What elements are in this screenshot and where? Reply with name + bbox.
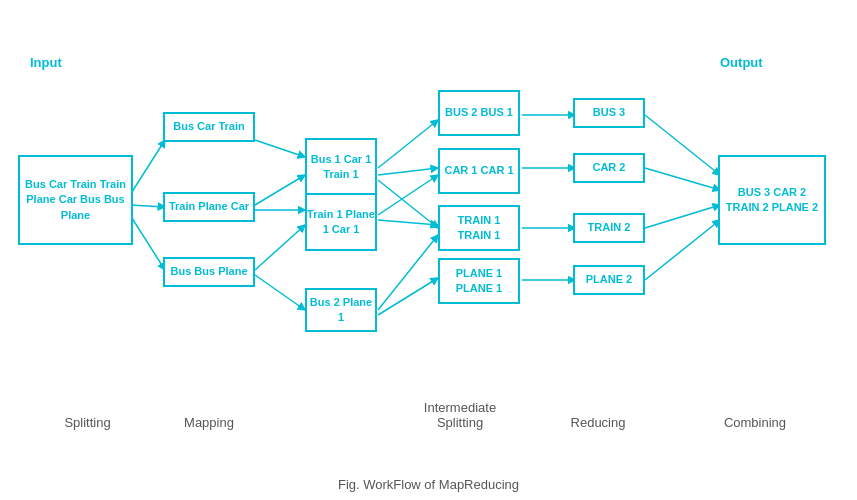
svg-line-22 [645,205,720,228]
svg-line-11 [378,175,438,215]
svg-line-20 [645,115,720,175]
reduce-box-4: PLANE 2 [573,265,645,295]
svg-line-3 [130,215,165,270]
reducing-label: Reducing [548,415,648,430]
intermediate-splitting-label: IntermediateSplitting [400,400,520,430]
svg-line-2 [130,205,165,207]
inter-box-4: PLANE 1 PLANE 1 [438,258,520,304]
input-label: Input [30,55,62,70]
svg-line-21 [645,168,720,190]
svg-line-1 [130,140,165,195]
diagram: Input Bus Car Train Train Plane Car Bus … [0,0,857,460]
reduce-box-3: TRAIN 2 [573,213,645,243]
split-box-2: Train Plane Car [163,192,255,222]
svg-line-9 [378,120,438,168]
split-box-3: Bus Bus Plane [163,257,255,287]
input-box: Bus Car Train Train Plane Car Bus Bus Pl… [18,155,133,245]
map-box-2: Train 1 Plane 1 Car 1 [305,193,377,251]
map-box-1: Bus 1 Car 1 Train 1 [305,138,377,196]
splitting-label: Splitting [30,415,145,430]
combining-label: Combining [695,415,815,430]
inter-box-3: TRAIN 1 TRAIN 1 [438,205,520,251]
svg-line-13 [378,235,438,310]
svg-line-8 [255,275,305,310]
svg-line-14 [378,278,438,315]
output-label: Output [720,55,763,70]
svg-line-23 [645,220,720,280]
reduce-box-1: BUS 3 [573,98,645,128]
mapping-label: Mapping [163,415,255,430]
output-box: BUS 3 CAR 2 TRAIN 2 PLANE 2 [718,155,826,245]
reduce-box-2: CAR 2 [573,153,645,183]
svg-line-7 [255,225,305,270]
inter-box-2: CAR 1 CAR 1 [438,148,520,194]
svg-line-15 [378,180,438,228]
split-box-1: Bus Car Train [163,112,255,142]
caption: Fig. WorkFlow of MapReducing [0,477,857,492]
svg-line-12 [378,220,438,225]
inter-box-1: BUS 2 BUS 1 [438,90,520,136]
svg-line-4 [255,140,305,157]
svg-line-5 [255,175,305,205]
map-box-3: Bus 2 Plane 1 [305,288,377,332]
svg-line-10 [378,168,438,175]
